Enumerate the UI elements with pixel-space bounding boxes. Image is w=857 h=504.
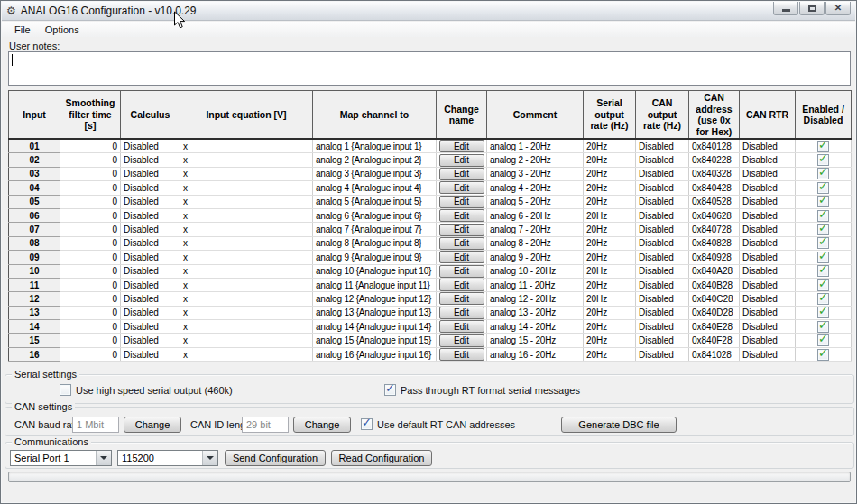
edit-button[interactable]: Edit (439, 265, 484, 278)
maximize-button[interactable] (799, 2, 825, 15)
enabled-checkbox[interactable]: ✓ (817, 265, 829, 277)
map-channel-cell: analog 3 {Analogue input 3} (313, 167, 437, 180)
enabled-checkbox[interactable]: ✓ (817, 237, 829, 249)
check-icon: ✓ (385, 382, 395, 394)
can-id-change-button[interactable]: Change (293, 417, 351, 433)
can-rtr-cell: Disabled (740, 278, 796, 291)
edit-button[interactable]: Edit (439, 224, 484, 236)
table-body: 01 0 Disabled x analog 1 {Analogue input… (9, 139, 852, 361)
pass-through-checkbox[interactable]: ✓ (384, 384, 396, 396)
input-equation-cell: x (180, 236, 313, 250)
can-output-rate-cell: Disabled (636, 195, 689, 208)
change-name-cell: Edit (437, 236, 487, 250)
edit-button[interactable]: Edit (439, 251, 484, 263)
enabled-checkbox[interactable]: ✓ (817, 196, 829, 207)
calculus-cell: Disabled (121, 236, 180, 250)
enabled-checkbox[interactable]: ✓ (817, 210, 829, 222)
menu-options[interactable]: Options (39, 23, 86, 36)
header-smoothing-filter: Smoothing filter time [s] (60, 91, 121, 140)
table-row: 15 0 Disabled x analog 15 {Analogue inpu… (9, 334, 852, 347)
enabled-checkbox[interactable]: ✓ (817, 279, 829, 291)
enabled-checkbox[interactable]: ✓ (817, 293, 829, 305)
input-number-cell: 16 (9, 347, 60, 361)
can-address-cell: 0x840728 (689, 223, 740, 236)
edit-button[interactable]: Edit (439, 209, 484, 222)
baud-rate-select[interactable]: 115200 (117, 450, 218, 466)
can-baud-change-button[interactable]: Change (124, 417, 181, 433)
minimize-button[interactable] (773, 2, 798, 15)
smoothing-filter-cell: 0 (60, 264, 121, 278)
enabled-cell: ✓ (796, 181, 852, 195)
enabled-checkbox[interactable]: ✓ (817, 141, 829, 152)
map-channel-cell: analog 12 {Analogue input 12} (313, 292, 437, 306)
change-name-cell: Edit (437, 251, 487, 264)
comment-cell: analog 2 - 20Hz (487, 153, 584, 167)
app-window: ⚙ ANALOG16 Configuration - v10.0.29 ✕ Fi… (0, 0, 857, 504)
can-id-length-input[interactable]: 29 bit (242, 417, 289, 433)
can-output-rate-cell: Disabled (636, 251, 689, 264)
can-rtr-cell: Disabled (740, 264, 796, 278)
menu-file[interactable]: File (8, 23, 37, 36)
table-row: 09 0 Disabled x analog 9 {Analogue input… (9, 251, 852, 264)
edit-button[interactable]: Edit (439, 168, 484, 180)
can-address-cell: 0x840E28 (689, 320, 740, 334)
enabled-checkbox[interactable]: ✓ (817, 321, 829, 333)
enabled-checkbox[interactable]: ✓ (817, 349, 829, 361)
edit-button[interactable]: Edit (439, 334, 484, 347)
edit-button[interactable]: Edit (439, 307, 484, 319)
title-bar[interactable]: ⚙ ANALOG16 Configuration - v10.0.29 ✕ (2, 2, 855, 21)
map-channel-cell: analog 4 {Analogue input 4} (313, 181, 437, 195)
edit-button[interactable]: Edit (439, 279, 484, 291)
can-output-rate-cell: Disabled (636, 278, 689, 291)
close-button[interactable]: ✕ (825, 2, 851, 15)
input-number-cell: 01 (9, 139, 60, 153)
use-default-rt-can-checkbox[interactable]: ✓ (361, 418, 373, 430)
check-icon: ✓ (818, 334, 828, 344)
enabled-checkbox[interactable]: ✓ (817, 154, 829, 166)
edit-button[interactable]: Edit (439, 181, 484, 194)
edit-button[interactable]: Edit (439, 154, 484, 167)
smoothing-filter-cell: 0 (60, 139, 121, 153)
edit-button[interactable]: Edit (439, 292, 484, 305)
enabled-checkbox[interactable]: ✓ (817, 252, 829, 263)
generate-dbc-button[interactable]: Generate DBC file (561, 417, 677, 433)
smoothing-filter-cell: 0 (60, 251, 121, 264)
enabled-checkbox[interactable]: ✓ (817, 307, 829, 318)
calculus-cell: Disabled (121, 223, 180, 236)
enabled-checkbox[interactable]: ✓ (817, 334, 829, 346)
table-header-row: Input Smoothing filter time [s] Calculus… (9, 91, 852, 140)
comment-cell: analog 4 - 20Hz (487, 181, 584, 195)
input-number-cell: 05 (9, 195, 60, 208)
can-address-cell: 0x840B28 (689, 278, 740, 291)
user-notes-input[interactable] (8, 51, 851, 86)
edit-button[interactable]: Edit (439, 348, 484, 361)
serial-port-select[interactable]: Serial Port 1 (10, 450, 112, 466)
input-equation-cell: x (180, 278, 313, 291)
enabled-cell: ✓ (796, 236, 852, 250)
enabled-checkbox[interactable]: ✓ (817, 224, 829, 235)
map-channel-cell: analog 1 {Analogue input 1} (313, 139, 437, 153)
can-rtr-cell: Disabled (740, 334, 796, 347)
read-configuration-button[interactable]: Read Configuration (331, 450, 432, 466)
enabled-cell: ✓ (796, 347, 852, 361)
can-baud-rate-input[interactable]: 1 Mbit (72, 417, 119, 433)
send-configuration-button[interactable]: Send Configuration (225, 450, 326, 466)
comment-cell: analog 12 - 20Hz (487, 292, 584, 306)
serial-output-rate-cell: 20Hz (584, 181, 636, 195)
comment-cell: analog 3 - 20Hz (487, 167, 584, 180)
serial-output-rate-cell: 20Hz (584, 278, 636, 291)
table-row: 12 0 Disabled x analog 12 {Analogue inpu… (9, 292, 852, 306)
enabled-checkbox[interactable]: ✓ (817, 168, 829, 179)
can-output-rate-cell: Disabled (636, 181, 689, 195)
edit-button[interactable]: Edit (439, 320, 484, 333)
edit-button[interactable]: Edit (439, 196, 484, 208)
edit-button[interactable]: Edit (439, 140, 484, 152)
chevron-down-icon[interactable] (202, 451, 217, 465)
high-speed-serial-checkbox[interactable]: ✓ (60, 384, 71, 396)
enabled-cell: ✓ (796, 139, 852, 153)
can-address-cell: 0x840D28 (689, 306, 740, 319)
enabled-checkbox[interactable]: ✓ (817, 182, 829, 194)
chevron-down-icon[interactable] (96, 451, 111, 465)
change-name-cell: Edit (437, 181, 487, 195)
edit-button[interactable]: Edit (439, 237, 484, 250)
